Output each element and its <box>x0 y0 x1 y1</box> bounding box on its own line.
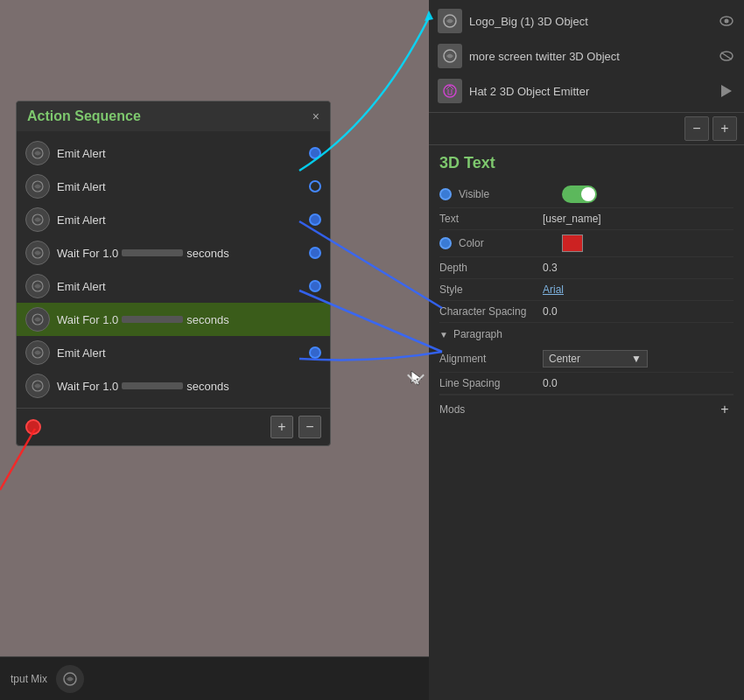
prop-value-text: [user_name] <box>543 213 733 225</box>
mods-add-button[interactable]: + <box>716 401 733 418</box>
prop-label-visible: Visible <box>459 188 555 200</box>
action-row-4: Wait For 1.0 seconds <box>17 236 330 270</box>
slider-track-8[interactable] <box>122 382 183 389</box>
prop-value-char-spacing: 0.0 <box>543 305 733 318</box>
action-row-1: Emit Alert <box>17 136 330 170</box>
wait-label-8: Wait For 1.0 <box>57 380 118 393</box>
alignment-dropdown[interactable]: Center ▼ <box>543 350 648 368</box>
action-sequence-close-button[interactable]: × <box>312 109 319 123</box>
prop-label-line-spacing: Line Spacing <box>439 377 536 389</box>
action-icon-2 <box>25 174 50 199</box>
wait-unit-8: seconds <box>186 380 228 393</box>
action-sequence-title: Action Sequence <box>27 108 141 124</box>
prop-row-alignment: Alignment Center ▼ <box>439 346 733 373</box>
visibility-icon-twitter[interactable] <box>718 47 735 65</box>
prop-label-depth: Depth <box>439 262 536 274</box>
list-item-hat2[interactable]: Hat 2 3D Object Emitter <box>429 74 744 108</box>
play-icon-hat2[interactable] <box>718 82 735 100</box>
list-item-twitter[interactable]: more screen twitter 3D Object <box>429 38 744 74</box>
slider-track-4[interactable] <box>122 249 183 256</box>
properties-section: 3D Text Visible Text [user_name] Color D… <box>429 145 744 432</box>
action-icon-8 <box>25 374 50 398</box>
prop-row-style: Style Arial <box>439 279 733 301</box>
prop-label-text: Text <box>439 213 536 225</box>
record-button[interactable] <box>25 419 41 435</box>
connector-5[interactable] <box>309 280 321 292</box>
visible-toggle[interactable] <box>562 186 597 203</box>
action-icon-4 <box>25 241 50 265</box>
footer-right: + − <box>270 416 321 438</box>
prop-row-depth: Depth 0.3 <box>439 257 733 279</box>
wait-unit-4: seconds <box>186 247 228 260</box>
paragraph-arrow-icon: ▼ <box>439 330 448 340</box>
output-mix-label: tput Mix <box>11 673 47 685</box>
action-icon-5 <box>25 274 50 298</box>
svg-point-2 <box>725 19 729 24</box>
action-label-5: Emit Alert <box>57 280 302 293</box>
prop-label-color: Color <box>459 237 555 249</box>
color-swatch[interactable] <box>562 234 583 252</box>
connector-7[interactable] <box>309 346 321 359</box>
obj-label-hat2: Hat 2 3D Object Emitter <box>469 85 711 98</box>
prop-label-char-spacing: Character Spacing <box>439 305 536 318</box>
remove-action-button[interactable]: − <box>298 416 321 438</box>
obj-icon-logo <box>438 9 462 33</box>
wait-slider-4: Wait For 1.0 seconds <box>57 247 302 260</box>
alignment-value: Center <box>549 353 580 365</box>
visibility-icon-logo[interactable] <box>718 12 735 30</box>
obj-label-twitter: more screen twitter 3D Object <box>469 50 711 63</box>
action-label-7: Emit Alert <box>57 346 302 360</box>
object-list: Logo_Big (1) 3D Object more screen twitt… <box>429 0 744 113</box>
footer-left <box>25 419 41 435</box>
prop-label-alignment: Alignment <box>439 353 536 365</box>
connector-3[interactable] <box>309 214 321 226</box>
connector-1[interactable] <box>309 147 321 159</box>
bottom-bar: tput Mix <box>0 656 429 700</box>
connector-2[interactable] <box>309 180 321 192</box>
obj-icon-twitter <box>438 44 462 68</box>
action-sequence-body: Emit Alert Emit Alert Emit Alert Wa <box>17 131 330 408</box>
obj-icon-hat2 <box>438 79 462 103</box>
action-icon-7 <box>25 340 50 365</box>
action-row-6: Wait For 1.0 seconds <box>17 303 330 336</box>
prop-value-style[interactable]: Arial <box>543 284 733 296</box>
list-item-logo[interactable]: Logo_Big (1) 3D Object <box>429 4 744 38</box>
paragraph-header[interactable]: ▼ Paragraph <box>439 323 733 346</box>
svg-point-6 <box>444 85 456 97</box>
prop-row-visible: Visible <box>439 181 733 208</box>
action-sequence-header: Action Sequence × <box>17 102 330 131</box>
mods-row: Mods + <box>439 395 733 424</box>
connector-4[interactable] <box>309 247 321 259</box>
action-label-1: Emit Alert <box>57 147 302 160</box>
prop-row-color: Color <box>439 230 733 257</box>
action-row-2: Emit Alert <box>17 170 330 203</box>
mods-label: Mods <box>439 403 465 416</box>
visible-status-dot <box>439 188 452 200</box>
action-row-8: Wait For 1.0 seconds <box>17 369 330 402</box>
action-icon-1 <box>25 141 50 165</box>
action-sequence-dialog: Action Sequence × Emit Alert Emit Alert … <box>16 101 331 446</box>
action-icon-3 <box>25 207 50 232</box>
action-row-3: Emit Alert <box>17 203 330 236</box>
prop-label-style: Style <box>439 284 536 296</box>
obj-label-logo: Logo_Big (1) 3D Object <box>469 15 711 28</box>
alignment-chevron-icon: ▼ <box>631 353 642 365</box>
add-action-button[interactable]: + <box>270 416 293 438</box>
wait-slider-6: Wait For 1.0 seconds <box>57 313 321 326</box>
prop-value-line-spacing: 0.0 <box>543 377 733 389</box>
section-title-3dtext: 3D Text <box>439 154 733 172</box>
slider-track-6[interactable] <box>122 316 183 323</box>
prop-row-text: Text [user_name] <box>439 208 733 230</box>
minus-panel-button[interactable]: − <box>684 116 709 141</box>
plus-panel-button[interactable]: + <box>712 116 737 141</box>
prop-row-char-spacing: Character Spacing 0.0 <box>439 301 733 323</box>
prop-row-line-spacing: Line Spacing 0.0 <box>439 373 733 395</box>
panel-divider: − + <box>429 113 744 145</box>
action-row-7: Emit Alert <box>17 336 330 369</box>
right-panel: Logo_Big (1) 3D Object more screen twitt… <box>429 0 744 700</box>
prop-value-depth: 0.3 <box>543 262 733 274</box>
wait-slider-8: Wait For 1.0 seconds <box>57 380 321 393</box>
svg-marker-7 <box>721 85 732 97</box>
wait-label-6: Wait For 1.0 <box>57 313 118 326</box>
wait-unit-6: seconds <box>186 313 228 326</box>
